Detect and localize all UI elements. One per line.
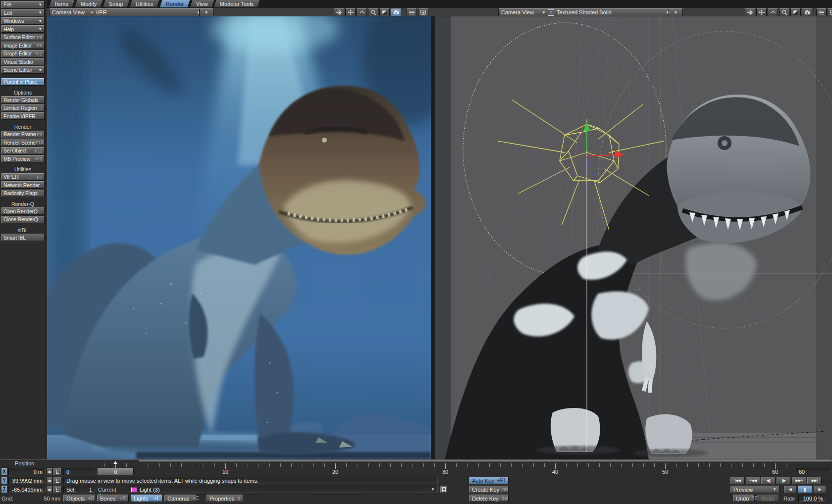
virtual-studio-button[interactable]: Virtual Studio <box>1 58 45 65</box>
maximize-viewport-icon[interactable] <box>379 8 390 16</box>
camera-icon[interactable] <box>802 8 812 16</box>
mb-preview-button[interactable]: MB Preview+F9 <box>1 155 45 162</box>
center-item-icon[interactable] <box>745 8 755 16</box>
tab-modeler-tools[interactable]: Modeler Tools <box>213 0 260 8</box>
preview-dropdown[interactable]: Preview▼ <box>730 486 780 493</box>
z-axis-chip[interactable]: Z <box>1 486 7 493</box>
item-list-button[interactable] <box>440 486 447 493</box>
graph-editor-button[interactable]: Graph Editor^F2 <box>1 50 45 57</box>
radiosity-flags-button[interactable]: Radiosity Flags <box>1 190 45 197</box>
list-icon[interactable] <box>816 8 827 16</box>
play-backward-button[interactable]: ◀ <box>784 486 796 493</box>
zoom-view-icon[interactable] <box>368 8 378 16</box>
limited-region-button[interactable]: Limited Regionl <box>1 104 45 112</box>
bones-mode-button[interactable]: Bones+B <box>97 495 129 502</box>
rotate-view-icon[interactable] <box>768 8 778 16</box>
x-position-field[interactable]: 0 m <box>8 468 46 475</box>
main-tab-bar: Items Modify Setup Utilities Render View… <box>47 0 832 8</box>
redo-button[interactable]: Redo <box>757 495 779 502</box>
tab-setup[interactable]: Setup <box>103 0 130 8</box>
left-shade-mode-dropdown[interactable]: VPR▼ <box>93 8 204 16</box>
undo-button[interactable]: Undo^Z <box>733 495 755 502</box>
y-envelope-button[interactable]: E <box>53 477 61 484</box>
open-renderq-button[interactable]: Open RenderQ <box>1 207 45 215</box>
create-key-button[interactable]: Create Keyret <box>469 486 509 493</box>
auto-key-button[interactable]: Auto Key+F1 <box>469 477 509 484</box>
x-axis-chip[interactable]: X <box>1 468 7 475</box>
cameras-mode-button[interactable]: Cameras+C <box>164 495 196 502</box>
previous-key-button[interactable]: +◀◀ <box>746 477 760 484</box>
shaded-scene <box>435 16 832 459</box>
step-back-button[interactable]: ◀|| <box>761 477 776 484</box>
pause-button[interactable]: || <box>798 486 812 493</box>
viewport-divider[interactable] <box>431 16 435 459</box>
tick-label: 30 <box>442 469 448 475</box>
save-preset-icon[interactable] <box>418 8 428 16</box>
parent-in-place-button[interactable]: Parent in Place <box>1 78 45 86</box>
tab-modify[interactable]: Modify <box>74 0 104 8</box>
z-position-field[interactable]: -65.0419mm <box>8 486 46 493</box>
go-to-start-button[interactable]: |◀◀ <box>730 477 745 484</box>
next-key-button[interactable]: ▶▶+ <box>792 477 806 484</box>
textured-shaded-viewport[interactable] <box>435 16 832 459</box>
list-icon[interactable] <box>407 8 417 16</box>
smart-ibl-button[interactable]: Smart IBL <box>1 234 45 241</box>
camera-icon[interactable] <box>391 8 401 16</box>
save-preset-icon[interactable] <box>828 8 832 16</box>
go-to-end-button[interactable]: ▶▶| <box>807 477 822 484</box>
rate-field[interactable]: 100.0 % <box>798 495 826 502</box>
x-envelope-button[interactable]: E <box>53 468 61 475</box>
y-spinner[interactable]: ◀▶ <box>47 477 52 484</box>
objects-mode-button[interactable]: Objects+O <box>63 495 95 502</box>
y-position-field[interactable]: 39.9992 mm <box>8 477 46 484</box>
enable-viper-button[interactable]: Enable VIPER <box>1 112 45 120</box>
right-view-mode-dropdown[interactable]: Camera View▼ <box>498 8 549 16</box>
network-render-button[interactable]: Network Render <box>1 181 45 189</box>
menu-edit[interactable]: Edit▼ <box>1 9 45 16</box>
left-viewport-menu-button[interactable]: ▼ <box>199 8 213 16</box>
lights-mode-button[interactable]: Lights+L <box>131 495 162 502</box>
scene-editor-button[interactable]: Scene Editor▼ <box>1 66 45 74</box>
menu-file[interactable]: File▼ <box>1 1 45 8</box>
step-forward-button[interactable]: ||▶ <box>777 477 791 484</box>
tick-label: 50 <box>662 469 668 475</box>
z-envelope-button[interactable]: E <box>53 486 61 493</box>
viewport-header-strip: Camera View▼ VPR▼ ▼ Camera View▼ TTextur… <box>47 8 832 16</box>
play-forward-button[interactable]: ▶ <box>814 486 826 493</box>
delete-key-button[interactable]: Delete Keydel <box>469 495 509 502</box>
render-scene-button[interactable]: Render SceneF10 <box>1 139 45 146</box>
tab-render[interactable]: Render <box>159 0 191 8</box>
tab-view[interactable]: View <box>189 0 214 8</box>
z-spinner[interactable]: ◀▶ <box>47 486 52 493</box>
right-shade-mode-dropdown[interactable]: TTextured Shaded Solid ▼ <box>545 8 673 16</box>
timeline-scrollbar[interactable] <box>139 460 832 462</box>
rotate-view-icon[interactable] <box>357 8 367 16</box>
image-editor-button[interactable]: Image EditorF6 <box>1 42 45 49</box>
properties-button[interactable]: Propertiesp <box>207 495 243 502</box>
menu-windows[interactable]: Windows▼ <box>1 17 45 25</box>
center-item-icon[interactable] <box>334 8 344 16</box>
y-axis-chip[interactable]: Y <box>1 477 7 484</box>
tab-items[interactable]: Items <box>48 0 75 8</box>
vpr-render-viewport[interactable] <box>47 16 431 459</box>
render-frame-button[interactable]: Render FrameF9 <box>1 131 45 138</box>
zoom-view-icon[interactable] <box>779 8 789 16</box>
right-viewport-menu-button[interactable]: ▼ <box>669 8 683 16</box>
close-renderq-button[interactable]: Close RenderQ <box>1 216 45 223</box>
menu-help[interactable]: Help▼ <box>1 25 45 33</box>
x-spinner[interactable]: ◀▶ <box>47 468 52 475</box>
sel-object-button[interactable]: Sel ObjectF11 <box>1 147 45 154</box>
viper-button[interactable]: VIPERF7 <box>1 173 45 181</box>
last-frame-field[interactable]: 60 <box>796 468 831 475</box>
surface-editor-button[interactable]: Surface EditorF5 <box>1 34 45 41</box>
current-frame-field[interactable]: 0 <box>63 468 95 475</box>
pan-view-icon[interactable] <box>345 8 356 16</box>
pan-view-icon[interactable] <box>756 8 767 16</box>
current-item-dropdown[interactable]: Light (3) ▼ <box>128 486 438 493</box>
tab-utilities[interactable]: Utilities <box>129 0 160 8</box>
render-globals-button[interactable]: Render Globals <box>1 96 45 103</box>
left-view-mode-dropdown[interactable]: Camera View▼ <box>49 8 97 16</box>
tick-label: 60 <box>772 469 778 475</box>
maximize-viewport-icon[interactable] <box>790 8 801 16</box>
frame-slider-handle[interactable]: 0 <box>98 468 134 475</box>
